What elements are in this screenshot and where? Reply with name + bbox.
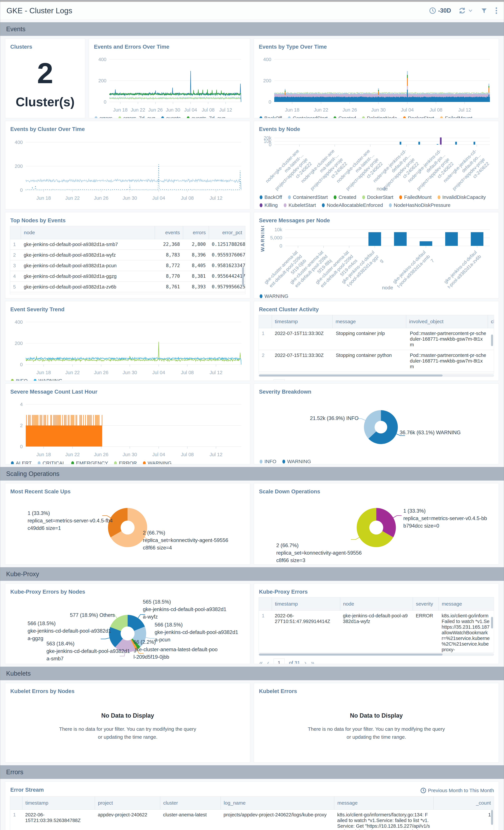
legend-item[interactable]: events	[161, 115, 181, 118]
pager-prev-button[interactable]: ‹	[267, 380, 269, 381]
severity-breakdown-donut[interactable]: 36.76k (63.1%) WARNING21.52k (36.9%) INF…	[259, 397, 494, 457]
legend-item[interactable]: INFO	[260, 459, 276, 464]
legend-item[interactable]: ERROR	[114, 460, 137, 464]
table-vertical-scrollbar[interactable]	[491, 617, 493, 629]
legend-item[interactable]: InvalidDiskCapacity	[438, 194, 486, 200]
column-header[interactable]: _count	[434, 796, 494, 809]
table-row[interactable]: 1gke-jenkins-cd-default-pool-a9382d1a-sm…	[10, 239, 245, 250]
table-vertical-scrollbar[interactable]	[491, 810, 493, 825]
legend-item[interactable]: CRITICAL	[38, 460, 65, 464]
table-vertical-scrollbar[interactable]	[242, 267, 244, 285]
legend-item[interactable]: BackOff	[259, 115, 282, 118]
legend-item[interactable]: BackOff	[260, 194, 282, 200]
legend-item[interactable]: EMERGENCY	[71, 460, 108, 464]
pager-next-button[interactable]: ›	[307, 380, 309, 381]
table-row[interactable]: 22022-07-15T11:33:30ZStopping container …	[259, 350, 494, 372]
legend-item[interactable]: WARNING	[143, 460, 172, 464]
events-by-cluster-chart[interactable]: 0200400Jun 18Jun 22Jun 26Jun 30Jul 04Jul…	[10, 135, 245, 204]
time-range-control[interactable]: -30D	[429, 7, 451, 14]
event-severity-trend-chart[interactable]: 0200400Jun 18Jun 22Jun 26Jun 30Jul 04Jul…	[10, 315, 245, 376]
pager-first-button[interactable]: «	[259, 380, 263, 381]
pager-last-button[interactable]: »	[314, 380, 317, 381]
legend-item[interactable]: NodeAllocatableEnforced	[322, 202, 383, 208]
column-header[interactable]: message	[332, 315, 406, 328]
column-header[interactable]: log_name	[221, 796, 334, 809]
column-header[interactable]: cluster	[160, 796, 220, 809]
legend-item[interactable]: WARNING	[282, 459, 311, 464]
column-header[interactable]: project	[95, 796, 160, 809]
table-vertical-scrollbar[interactable]	[491, 334, 493, 346]
events-by-node-chart[interactable]: 010k20knode=gke-cluster-anema-latest-...…	[259, 135, 494, 193]
table-row[interactable]: 3gke-jenkins-cd-default-pool-a9382d1a-pc…	[10, 260, 245, 271]
severe-messages-per-node-chart[interactable]: 05,00010kWARNINGgke-cluster-anema-latest…	[259, 226, 494, 292]
column-header[interactable]: errors	[183, 226, 209, 239]
kube-proxy-errors-donut[interactable]: 565 (18.5%)gke-jenkins-cd-default-pool-a…	[10, 597, 245, 664]
column-header[interactable]: severity	[413, 598, 439, 610]
scale-ups-donut[interactable]: 2 (66.7%)replica_set=konnectivity-agent-…	[10, 497, 245, 564]
filter-icon[interactable]	[480, 7, 488, 14]
kebab-menu-icon[interactable]	[495, 7, 498, 14]
column-header[interactable]	[259, 598, 272, 610]
column-header[interactable]: timestamp	[272, 598, 340, 610]
pager-last-button[interactable]: »	[311, 659, 314, 664]
events-row-2: Events by Cluster Over Time 0200400Jun 1…	[0, 121, 504, 210]
legend-item[interactable]: KubeletStart	[284, 202, 316, 208]
legend-item[interactable]: FailedMount	[440, 115, 472, 118]
dashboard-header: GKE - Cluster Logs -30D	[0, 2, 504, 20]
pager-first-button[interactable]: «	[259, 659, 263, 664]
column-header[interactable]	[10, 226, 21, 239]
events-errors-chart[interactable]: 0200400Jun 18Jun 22Jun 26Jun 30Jul 04Jul…	[94, 52, 245, 114]
pager-next-button[interactable]: ›	[304, 659, 307, 664]
column-header[interactable]: cl	[488, 315, 494, 328]
legend-item[interactable]: errors_7d_avg	[118, 115, 155, 118]
legend-item[interactable]: Created	[334, 194, 356, 200]
legend-item[interactable]: WARNING	[260, 293, 288, 298]
legend-item[interactable]: ALERT	[11, 460, 32, 464]
legend-item[interactable]: INFO	[11, 378, 28, 381]
column-header[interactable]: involved_object	[406, 315, 488, 328]
events-by-type-chart[interactable]: 0200400Jun 18Jun 22Jun 26Jun 30Jul 04Jul…	[258, 52, 494, 114]
legend-item[interactable]: DockerStart	[403, 115, 434, 118]
scale-downs-donut[interactable]: 1 (33.3%)replica_set=metrics-server-v0.4…	[259, 497, 494, 564]
legend-item[interactable]: DeletingNode	[362, 115, 397, 118]
chart-legend: ALERTCRITICALEMERGENCYERRORWARNING	[10, 460, 245, 464]
legend-item[interactable]: NodeHasNoDiskPressure	[389, 202, 450, 208]
pager-prev-button[interactable]: ‹	[267, 659, 269, 664]
legend-item[interactable]: ContainerdStart	[288, 194, 328, 200]
column-header[interactable]: error_pct	[209, 226, 245, 239]
column-header[interactable]: node	[340, 598, 413, 610]
legend-item[interactable]: errors	[95, 115, 113, 118]
pager-current-page[interactable]: 1	[274, 380, 285, 381]
time-range-link[interactable]: Previous Month to This Month	[420, 788, 494, 794]
legend-item[interactable]: Created	[334, 115, 356, 118]
table-row[interactable]: 4gke-jenkins-cd-default-pool-a9382d1a-gg…	[10, 271, 245, 282]
column-header[interactable]: message	[439, 598, 494, 610]
legend-item[interactable]: events_7d_avg	[187, 115, 225, 118]
column-header[interactable]: events	[155, 226, 183, 239]
column-header[interactable]: message	[334, 796, 433, 809]
table-row[interactable]: 2gke-jenkins-cd-default-pool-a9382d1a-wy…	[10, 250, 245, 260]
table-horizontal-scrollbar[interactable]	[259, 653, 494, 656]
legend-item[interactable]: WARNING	[34, 378, 62, 381]
table-row[interactable]: 32022-07-15T11:33:13ZBack-off restarting…	[259, 372, 494, 373]
table-row[interactable]: 12022-07-15T11:33:30ZStopping container …	[259, 328, 494, 350]
refresh-control[interactable]	[458, 7, 473, 14]
pager-current-page[interactable]: 1	[274, 659, 285, 664]
table-horizontal-scrollbar[interactable]	[259, 374, 494, 377]
column-header[interactable]: timestamp	[272, 315, 333, 328]
legend-item[interactable]: DockerStart	[362, 194, 393, 200]
table-row[interactable]: 12022-06-15T21:03:39.526384788Zappdev-pr…	[10, 809, 494, 830]
top-nodes-table: nodeeventserrorserror_pct1gke-jenkins-cd…	[10, 226, 245, 294]
legend-item[interactable]: FailedMount	[399, 194, 432, 200]
legend-item[interactable]: ContainerdStart	[288, 115, 327, 118]
column-header[interactable]: node	[21, 226, 155, 239]
severe-message-count-chart[interactable]: 024Jun 18Jun 22Jun 26Jun 30Jul 04Jul 08J…	[10, 397, 245, 459]
legend-item[interactable]: Killing	[260, 202, 278, 208]
table-row[interactable]: 6gke-cluster-anema-latest-default-pool-2…	[10, 292, 245, 294]
column-header[interactable]	[10, 796, 22, 809]
table-row[interactable]: 12022-06-27T10:51:47.992914414Zgke-jenki…	[259, 611, 494, 652]
table-row[interactable]: 5gke-jenkins-cd-default-pool-a9382d1a-zv…	[10, 282, 245, 292]
column-header[interactable]	[259, 315, 272, 328]
column-header[interactable]: timestamp	[22, 796, 95, 809]
svg-text:Jun 22: Jun 22	[65, 195, 80, 201]
